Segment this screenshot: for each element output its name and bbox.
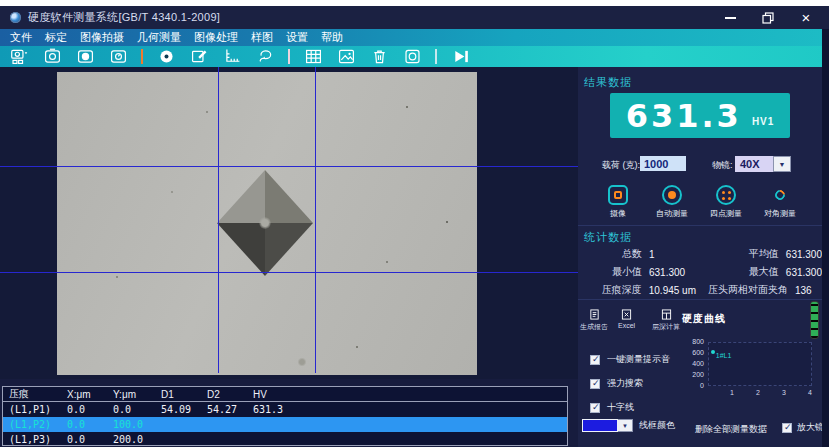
stat-label: 最大值 (696, 265, 779, 279)
toolbar-button-camera-single[interactable] (42, 47, 62, 67)
col-header-indent: 压痕 (3, 387, 61, 401)
minimize-icon (725, 17, 736, 19)
stat-value: 631.300 (786, 249, 822, 260)
cell-indent: (L1,P3) (3, 434, 61, 445)
toolbar-button-record[interactable] (402, 47, 422, 67)
toolbar-button-camera-filled[interactable] (75, 47, 95, 67)
strong-search-label: 强力搜索 (607, 377, 643, 390)
four-point-measure-button[interactable]: 四点测量 (698, 185, 754, 219)
objective-select[interactable]: 40X ▼ (735, 156, 791, 172)
camera-button-icon (608, 185, 628, 205)
checkbox-icon[interactable] (590, 355, 600, 365)
camera-single-icon (43, 47, 62, 66)
chevron-down-icon[interactable]: ▼ (618, 419, 633, 432)
auto-measure-button[interactable]: 自动测量 (644, 185, 700, 219)
menu-item-calibration[interactable]: 标定 (45, 30, 67, 45)
beep-checkbox-label: 一键测量提示音 (607, 353, 670, 366)
strong-search-checkbox-row[interactable]: 强力搜索 (590, 377, 643, 390)
close-button[interactable]: × (799, 11, 813, 25)
camera-button[interactable]: 摄像 (590, 185, 646, 219)
col-header-x: X:μm (61, 389, 107, 400)
camera-filled-icon (76, 47, 95, 66)
checkbox-icon[interactable] (782, 423, 792, 433)
excel-export-label: Excel (618, 322, 635, 329)
cell-y: 0.0 (107, 404, 155, 415)
camera-preview-icon (109, 47, 128, 66)
load-input[interactable] (640, 156, 686, 171)
window-edge (822, 29, 829, 447)
line-color-dropdown[interactable]: ▼ 线框颜色 (582, 419, 675, 432)
cell-indent: (L1,P2) (3, 419, 61, 430)
toolbar (0, 46, 829, 67)
menu-item-geometry-measure[interactable]: 几何测量 (137, 30, 181, 45)
maximize-button[interactable] (761, 11, 775, 25)
measurement-table: 压痕 X:μm Y:μm D1 D2 HV (L1,P1) 0.0 0.0 54… (2, 386, 568, 446)
toolbar-separator (141, 49, 143, 64)
magnifier-checkbox-row[interactable]: 放大镜 (782, 421, 824, 434)
checkbox-icon[interactable] (590, 379, 600, 389)
objective-label: 物镜: (712, 159, 733, 172)
col-header-y: Y:μm (107, 389, 155, 400)
toolbar-button-target-point[interactable] (156, 47, 176, 67)
table-row[interactable]: (L1,P1) 0.0 0.0 54.09 54.27 631.3 (3, 402, 567, 417)
toolbar-button-annotate[interactable] (189, 47, 209, 67)
diagonal-measure-button[interactable]: 对角测量 (752, 185, 808, 219)
record-icon (403, 47, 422, 66)
toolbar-button-play-next[interactable] (450, 47, 470, 67)
chevron-down-icon[interactable]: ▼ (773, 156, 791, 172)
hardness-unit: HV1 (752, 116, 774, 127)
cell-y: 100.0 (107, 419, 155, 430)
menu-item-settings[interactable]: 设置 (286, 30, 308, 45)
annotate-icon (190, 47, 209, 66)
report-icon (589, 309, 600, 320)
menu-item-file[interactable]: 文件 (10, 30, 32, 45)
camera-button-label: 摄像 (610, 208, 626, 219)
x-tick: 2 (756, 389, 760, 396)
table-row[interactable]: (L1,P3) 0.0 200.0 (3, 432, 567, 447)
load-label: 载荷 (克): (602, 159, 640, 172)
data-table-icon (304, 47, 323, 66)
x-tick: 4 (808, 389, 812, 396)
stat-label: 最小值 (578, 265, 642, 279)
excel-icon (621, 309, 632, 320)
menu-item-image-process[interactable]: 图像处理 (194, 30, 238, 45)
toolbar-button-capture-settings[interactable] (9, 47, 29, 67)
beep-checkbox-row[interactable]: 一键测量提示音 (590, 353, 670, 366)
case-depth-calc-label: 层深计算 (652, 322, 680, 332)
stat-label: 总数 (578, 247, 642, 261)
toolbar-button-camera-preview[interactable] (108, 47, 128, 67)
diagonal-measure-icon (770, 185, 790, 205)
checkbox-icon[interactable] (590, 403, 600, 413)
minimize-button[interactable] (723, 11, 737, 25)
stat-value: 631.300 (786, 267, 822, 278)
menu-item-sample[interactable]: 样图 (251, 30, 273, 45)
stat-label: 压头两相对面夹角 (696, 283, 788, 297)
line-color-label: 线框颜色 (639, 419, 675, 432)
auto-measure-label: 自动测量 (656, 208, 688, 219)
specimen-image (57, 72, 477, 375)
color-swatch (582, 419, 618, 432)
app-window: 硬度软件测量系统[GB/T 4340.1-2009] × 文件 标定 图像拍摄 … (0, 6, 829, 447)
delete-all-data-button[interactable]: 删除全部测量数据 (695, 423, 767, 436)
stat-value: 631.300 (649, 267, 685, 278)
level-indicator (810, 301, 819, 339)
magnifier-label: 放大镜 (797, 421, 824, 434)
window-title: 硬度软件测量系统[GB/T 4340.1-2009] (28, 10, 220, 25)
menu-item-help[interactable]: 帮助 (321, 30, 343, 45)
cell-x: 0.0 (61, 404, 107, 415)
toolbar-button-lasso[interactable] (255, 47, 275, 67)
right-panel: 结果数据 631.3 HV1 载荷 (克): 物镜: 40X ▼ 摄像 自动测量… (578, 67, 822, 447)
cell-indent: (L1,P1) (3, 404, 61, 415)
generate-report-button[interactable]: 生成报告 (580, 309, 608, 332)
toolbar-button-trash[interactable] (369, 47, 389, 67)
toolbar-button-caliper[interactable] (222, 47, 242, 67)
crosshair-label: 十字线 (607, 401, 634, 414)
toolbar-button-data-table[interactable] (303, 47, 323, 67)
crosshair-checkbox-row[interactable]: 十字线 (590, 401, 634, 414)
table-row[interactable]: (L1,P2) 0.0 100.0 (3, 417, 567, 432)
excel-export-button[interactable]: Excel (618, 309, 635, 329)
image-viewport[interactable] (0, 67, 578, 379)
case-depth-calc-button[interactable]: 层深计算 (652, 309, 680, 332)
toolbar-button-gallery[interactable] (336, 47, 356, 67)
menu-item-image-capture[interactable]: 图像拍摄 (80, 30, 124, 45)
